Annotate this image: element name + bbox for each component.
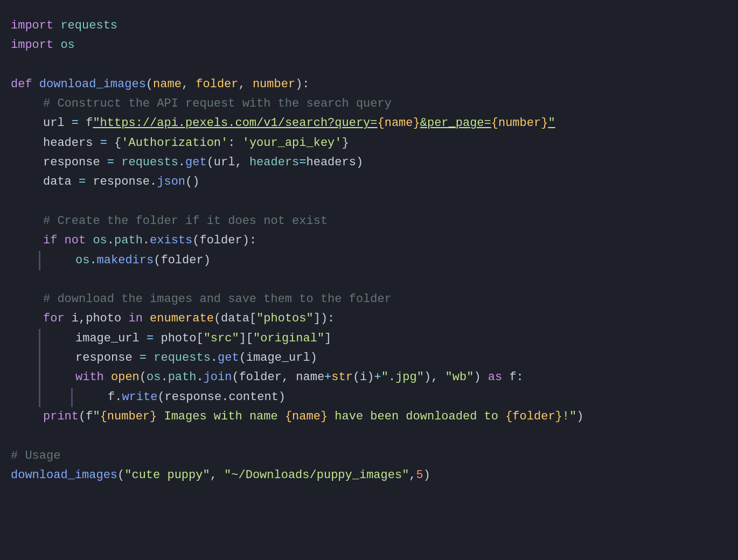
line-9: # Create the folder if it does not exist: [11, 212, 727, 231]
line-7: response = requests.get(url, headers=hea…: [11, 153, 727, 172]
keyword-def: def: [11, 75, 32, 94]
param-name: name: [153, 75, 182, 94]
line-14: image_url = photo["src"]["original"]: [11, 329, 727, 348]
blank-line-1: [11, 55, 727, 75]
indent-bar-5: [39, 388, 40, 407]
comment-2: # Create the folder if it does not exist: [43, 212, 328, 231]
comment-usage: # Usage: [11, 446, 60, 466]
blank-line-2: [11, 192, 727, 212]
param-folder: folder: [196, 75, 238, 94]
indent-bar-1: [39, 251, 40, 270]
indent-bar-4: [39, 368, 40, 387]
line-5: url = f"https://api.pexels.com/v1/search…: [11, 114, 727, 133]
comment-3: # download the images and save them to t…: [43, 290, 392, 309]
comment-1: # Construct the API request with the sea…: [43, 94, 392, 114]
blank-line-4: [11, 426, 727, 446]
line-4: # Construct the API request with the sea…: [11, 94, 727, 114]
line-18: print(f"{number} Images with name {name}…: [11, 407, 727, 426]
line-1: import requests: [11, 16, 727, 36]
indent-bar-3: [39, 348, 40, 368]
indent-bar-2: [39, 329, 40, 348]
keyword-import: import: [11, 16, 53, 36]
line-3: def download_images(name, folder, number…: [11, 75, 727, 94]
call-download-images: download_images: [11, 466, 117, 485]
line-19: # Usage: [11, 446, 727, 466]
code-editor: import requests import os def download_i…: [0, 0, 738, 560]
line-16: with open(os.path.join(folder, name+str(…: [11, 368, 727, 387]
line-11: os.makedirs(folder): [11, 251, 727, 270]
url-string: "https://api.pexels.com/v1/search?query=: [93, 114, 377, 133]
indent-bar-6: [71, 388, 73, 407]
line-12: # download the images and save them to t…: [11, 290, 727, 309]
blank-line-3: [11, 270, 727, 290]
param-number: number: [253, 75, 295, 94]
keyword-import2: import: [11, 36, 53, 55]
line-17: f.write(response.content): [11, 388, 727, 407]
line-2: import os: [11, 36, 727, 55]
line-20: download_images("cute puppy", "~/Downloa…: [11, 466, 727, 485]
line-15: response = requests.get(image_url): [11, 348, 727, 368]
line-13: for i,photo in enumerate(data["photos"])…: [11, 309, 727, 328]
func-download-images: download_images: [39, 75, 146, 94]
line-8: data = response.json(): [11, 172, 727, 192]
module-requests: requests: [60, 16, 117, 36]
line-6: headers = {'Authorization': 'your_api_ke…: [11, 134, 727, 153]
line-10: if not os.path.exists(folder):: [11, 231, 727, 250]
module-os: os: [60, 36, 74, 55]
